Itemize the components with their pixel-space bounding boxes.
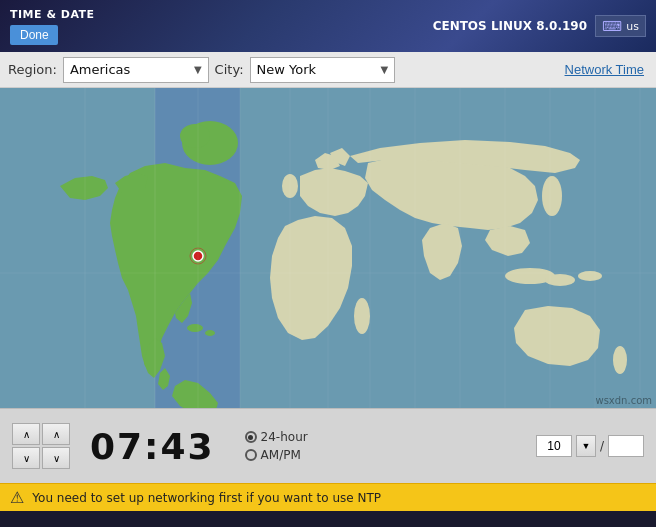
format-24h-label: 24-hour — [261, 430, 308, 444]
app-title: TIME & DATE — [10, 8, 95, 21]
keyboard-lang: us — [626, 20, 639, 33]
hours-up-button[interactable]: ∧ — [12, 423, 40, 445]
bottom-controls: ∧ ∧ ∨ ∨ 07:43 24-hour AM/PM ▼ / — [0, 408, 656, 483]
centos-label: CENTOS LINUX 8.0.190 — [433, 19, 587, 33]
svg-point-7 — [354, 298, 370, 334]
done-button[interactable]: Done — [10, 25, 58, 45]
format-ampm-option[interactable]: AM/PM — [245, 448, 308, 462]
city-dropdown-arrow: ▼ — [381, 64, 389, 75]
warning-icon: ⚠ — [10, 488, 24, 507]
region-select[interactable]: Americas ▼ — [63, 57, 209, 83]
svg-point-10 — [545, 274, 575, 286]
header-left: TIME & DATE Done — [10, 8, 95, 45]
format-ampm-radio[interactable] — [245, 449, 257, 461]
network-time-button[interactable]: Network Time — [561, 60, 648, 79]
city-value: New York — [257, 62, 377, 77]
region-value: Americas — [70, 62, 190, 77]
header-right: CENTOS LINUX 8.0.190 ⌨ us — [433, 15, 646, 37]
map-container[interactable]: wsxdn.com — [0, 88, 656, 408]
keyboard-icon: ⌨ — [602, 18, 622, 34]
region-label: Region: — [8, 62, 57, 77]
toolbar: Region: Americas ▼ City: New York ▼ Netw… — [0, 52, 656, 88]
spinner-input-2[interactable] — [608, 435, 644, 457]
svg-point-4 — [187, 324, 203, 332]
right-controls: ▼ / — [536, 435, 644, 457]
separator: / — [600, 439, 604, 453]
header: TIME & DATE Done CENTOS LINUX 8.0.190 ⌨ … — [0, 0, 656, 52]
svg-point-3 — [180, 124, 210, 148]
time-display: 07:43 — [90, 426, 215, 467]
city-label: City: — [215, 62, 244, 77]
format-24h-option[interactable]: 24-hour — [245, 430, 308, 444]
time-format-options: 24-hour AM/PM — [245, 430, 308, 462]
warning-text: You need to set up networking first if y… — [32, 491, 381, 505]
minutes-up-button[interactable]: ∧ — [42, 423, 70, 445]
keyboard-indicator[interactable]: ⌨ us — [595, 15, 646, 37]
city-select[interactable]: New York ▼ — [250, 57, 396, 83]
svg-point-12 — [613, 346, 627, 374]
warning-bar: ⚠ You need to set up networking first if… — [0, 483, 656, 511]
minutes-down-button[interactable]: ∨ — [42, 447, 70, 469]
format-ampm-label: AM/PM — [261, 448, 301, 462]
world-map — [0, 88, 656, 408]
svg-point-8 — [542, 176, 562, 216]
spinner-down-button[interactable]: ▼ — [576, 435, 596, 457]
watermark: wsxdn.com — [595, 395, 652, 406]
region-dropdown-arrow: ▼ — [194, 64, 202, 75]
format-24h-radio[interactable] — [245, 431, 257, 443]
spinner-input[interactable] — [536, 435, 572, 457]
svg-point-5 — [205, 330, 215, 336]
time-arrows: ∧ ∧ ∨ ∨ — [12, 423, 70, 469]
svg-point-11 — [578, 271, 602, 281]
hours-down-button[interactable]: ∨ — [12, 447, 40, 469]
